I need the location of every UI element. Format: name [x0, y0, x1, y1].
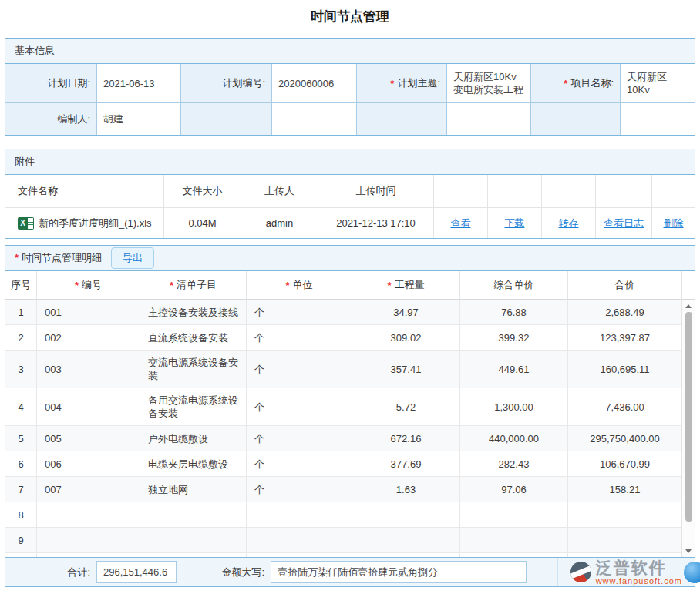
basic-info-header: 基本信息: [5, 39, 695, 64]
cell-item: 直流系统设备安装: [140, 325, 246, 351]
cell-seq: 2: [5, 325, 36, 351]
table-row: 1 001 主控设备安装及接线 个 34.97 76.88 2,688.49: [5, 300, 681, 325]
cell-code: [36, 502, 140, 528]
cell-seq: 3: [5, 351, 36, 388]
col-file-name: 文件名称: [5, 175, 163, 207]
cell-total: 123,397.87: [567, 325, 681, 351]
brand-website-link[interactable]: www.fanpusoft.com: [596, 577, 682, 586]
cell-item: 独立地网: [140, 477, 246, 502]
cell-unit: 个: [246, 388, 352, 426]
attachment-file-size: 0.04M: [163, 207, 241, 238]
floating-widget-button[interactable]: [684, 562, 700, 583]
export-button[interactable]: 导出: [111, 247, 154, 269]
page-title: 时间节点管理: [5, 5, 695, 38]
plan-number-value: 2020060006: [271, 64, 356, 102]
delete-link[interactable]: 删除: [664, 216, 684, 230]
col-upload-time: 上传时间: [318, 175, 433, 207]
col-unit: 单位: [246, 271, 352, 300]
cell-unit-price: 97.06: [459, 477, 567, 502]
cell-unit-price: [459, 528, 567, 553]
cell-unit: 个: [246, 300, 352, 325]
cell-unit: 个: [246, 426, 352, 451]
cell-total: 106,670.99: [567, 451, 681, 477]
cell-quantity: 309.02: [352, 325, 459, 351]
detail-scrollbar[interactable]: [681, 271, 695, 557]
plan-date-label: 计划日期:: [5, 64, 96, 102]
basic-info-row-1: 计划日期: 2021-06-13 计划编号: 2020060006 计划主题: …: [5, 64, 695, 102]
view-log-link[interactable]: 查看日志: [604, 216, 644, 230]
col-code: 编号: [36, 271, 140, 300]
attachments-title: 附件: [15, 155, 35, 169]
download-link[interactable]: 下载: [505, 216, 525, 230]
project-name-label: 项目名称:: [530, 64, 620, 102]
cell-unit-price: 76.88: [459, 300, 567, 325]
detail-table-body: 1 001 主控设备安装及接线 个 34.97 76.88 2,688.49 2…: [5, 300, 681, 557]
col-action-empty: [651, 175, 695, 207]
col-quantity: 工程量: [352, 271, 459, 300]
save-as-link[interactable]: 转存: [559, 216, 579, 230]
attachment-file-cell: 新的季度进度明细_(1).xls: [5, 207, 163, 238]
cell-total: 7,436.00: [567, 388, 681, 426]
col-action-empty: [541, 175, 595, 207]
cell-quantity: 357.41: [352, 351, 459, 388]
cell-item: 备用交流电源系统设备安装: [140, 388, 246, 426]
cell-code: 004: [36, 388, 140, 426]
required-mark: [390, 78, 397, 89]
required-mark: [564, 78, 570, 89]
cell-total: 160,695.11: [567, 351, 681, 388]
cell-quantity: 377.69: [352, 451, 459, 477]
empty-label-cell: [530, 102, 620, 135]
cell-item: [140, 502, 246, 528]
cell-seq: 7: [5, 477, 36, 502]
plan-number-label: 计划编号:: [180, 64, 271, 102]
fanpu-logo-icon: [570, 562, 591, 582]
cell-unit-price: 440,000.00: [459, 426, 567, 451]
view-link[interactable]: 查看: [451, 216, 471, 230]
plan-subject-value: 天府新区10Kv变电所安装工程: [446, 64, 530, 102]
empty-label-cell: [356, 102, 446, 135]
amount-words-field: 壹拾陆万柒仟陆佰壹拾肆元贰角捌分: [271, 561, 527, 583]
cell-total: [567, 528, 681, 553]
col-file-size: 文件大小: [163, 175, 241, 207]
cell-seq: 4: [5, 388, 36, 426]
empty-value-cell: [271, 102, 356, 135]
attachments-header: 附件: [5, 149, 695, 175]
cell-unit: [246, 502, 352, 528]
table-row: 3 003 交流电源系统设备安装 个 357.41 449.61 160,695…: [5, 351, 681, 388]
detail-section-title: 时间节点管理明细: [15, 251, 102, 265]
cell-unit: 个: [246, 351, 352, 388]
cell-seq: 5: [5, 426, 36, 451]
table-row: 8: [5, 502, 681, 528]
cell-code: 002: [36, 325, 140, 351]
detail-table-header: 序号 编号 清单子目 单位 工程量 综合单价 合价: [5, 271, 681, 300]
table-row: 4 004 备用交流电源系统设备安装 个 5.72 1,300.00 7,436…: [5, 388, 681, 426]
totals-footer: 合计: 296,151,446.6 金额大写: 壹拾陆万柒仟陆佰壹拾肆元贰角捌分…: [5, 557, 695, 586]
cell-item: [140, 528, 246, 553]
cell-unit-price: 282.43: [459, 451, 567, 477]
cell-item: 电缆夹层电缆敷设: [140, 451, 246, 477]
cell-unit: [246, 528, 352, 553]
detail-header-bar: 时间节点管理明细 导出: [5, 246, 695, 271]
table-row: 5 005 户外电缆敷设 个 672.16 440,000.00 295,750…: [5, 426, 681, 451]
table-row: 7 007 独立地网 个 1.63 97.06 158.21: [5, 477, 681, 502]
attachment-file-name: 新的季度进度明细_(1).xls: [39, 216, 152, 230]
scrollbar-track[interactable]: [682, 300, 695, 557]
cell-code: 001: [36, 300, 140, 325]
brand-company-name: 泛普软件: [596, 559, 682, 576]
scrollbar-thumb[interactable]: [685, 312, 692, 522]
attachments-table-header: 文件名称 文件大小 上传人 上传时间: [5, 175, 695, 207]
cell-unit-price: 399.32: [459, 325, 567, 351]
cell-seq: 8: [5, 502, 36, 528]
col-total: 合价: [567, 271, 681, 300]
attachment-row: 新的季度进度明细_(1).xls 0.04M admin 2021-12-13 …: [5, 207, 695, 238]
plan-date-value: 2021-06-13: [96, 64, 180, 102]
cell-quantity: 1.63: [352, 477, 459, 502]
scroll-up-arrow-icon[interactable]: [684, 301, 694, 310]
scroll-down-arrow-icon[interactable]: [684, 546, 694, 555]
empty-value-cell: [620, 102, 695, 135]
total-label: 合计:: [5, 565, 96, 579]
basic-info-title: 基本信息: [15, 44, 55, 58]
project-name-value: 天府新区10Kv: [620, 64, 695, 102]
cell-item: 交流电源系统设备安装: [140, 351, 246, 388]
cell-total: 158.21: [567, 477, 681, 502]
